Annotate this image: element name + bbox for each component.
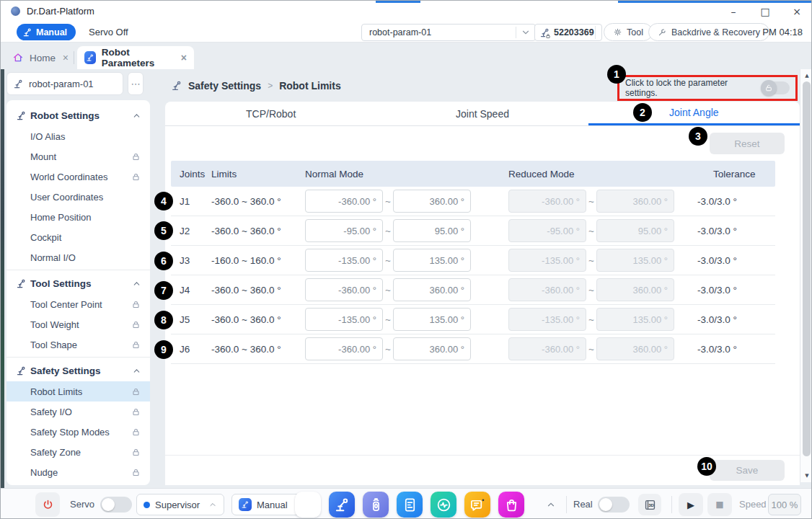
tab-joint-angle[interactable]: Joint Angle	[588, 102, 800, 125]
normal-min-input[interactable]: -360.00 °	[305, 278, 383, 301]
normal-max-input[interactable]: 95.00 °	[393, 219, 471, 242]
sidebar-item-normal-i-o[interactable]: Normal I/O	[6, 247, 150, 267]
sidebar-item-safety-zone[interactable]: Safety Zone	[6, 442, 150, 462]
sidebar-item-safety-stop-modes[interactable]: Safety Stop Modes	[6, 422, 150, 442]
message-app-icon[interactable]	[464, 492, 490, 518]
chevron-up-icon	[208, 500, 217, 509]
maximize-button[interactable]: □	[749, 1, 781, 22]
sidebar-item-safety-i-o[interactable]: Safety I/O	[6, 402, 150, 422]
normal-max-input[interactable]: 360.00 °	[393, 278, 471, 301]
normal-max-input[interactable]: 135.00 °	[393, 308, 471, 331]
vertical-scrollbar[interactable]: ▲ ▼	[800, 69, 812, 482]
monitoring-app-icon[interactable]	[431, 492, 456, 518]
sidebar-section-title: Robot Settings	[30, 110, 100, 121]
sidebar-item-i-o-alias[interactable]: I/O Alias	[6, 126, 150, 146]
reduced-min-input: -95.00 °	[508, 219, 586, 242]
normal-max-input[interactable]: 135.00 °	[393, 249, 471, 272]
sidebar-section-header[interactable]: Tool Settings	[6, 272, 150, 294]
dock-collapse-button[interactable]	[543, 497, 559, 513]
3d-view-button[interactable]	[638, 494, 661, 515]
annotation-badge-4: 4	[154, 192, 173, 210]
sidebar-item-robot-limits[interactable]: Robot Limits	[6, 381, 150, 402]
robot-parameters-app-icon[interactable]	[329, 492, 355, 518]
robot-param-dropdown[interactable]: robot-param-01	[361, 24, 536, 41]
top-toolbar: Manual Servo Off robot-param-01 52203369…	[1, 22, 812, 43]
robot-serial-field: 52203369	[534, 24, 602, 41]
play-button[interactable]: ▶	[679, 493, 703, 516]
normal-max-input[interactable]: 360.00 °	[393, 190, 471, 213]
tool-button[interactable]: Tool	[604, 23, 653, 41]
sidebar-section-header[interactable]: Robot Settings	[6, 105, 150, 126]
reduced-max-input: 360.00 °	[596, 278, 674, 301]
sidebar-item-mount[interactable]: Mount	[6, 146, 150, 167]
close-tab-icon[interactable]: ×	[181, 53, 187, 63]
breadcrumb-safety-settings[interactable]: Safety Settings	[188, 80, 261, 92]
home-app-icon[interactable]	[295, 492, 321, 518]
joint-table-row: J4 -360.0 ~ 360.0 ° -360.00 ° ~ 360.00 °…	[171, 275, 775, 305]
close-button[interactable]: ×	[781, 1, 812, 22]
chevron-up-icon	[546, 500, 556, 510]
save-button[interactable]: Save	[710, 460, 785, 481]
sidebar-section-header[interactable]: Safety Settings	[6, 360, 150, 381]
sidebar-item-user-coordinates[interactable]: User Coordinates	[6, 187, 150, 207]
sidebar-item-world-coordinates[interactable]: World Coordinates	[6, 167, 150, 187]
sidebar-section: Robot Settings I/O Alias Mount World Coo…	[6, 105, 150, 267]
task-document-app-icon[interactable]	[397, 492, 423, 518]
chevron-up-icon	[132, 366, 141, 376]
reduced-min-input: -135.00 °	[508, 308, 586, 331]
param-file-name[interactable]: robot-param-01	[6, 72, 123, 95]
real-mode-toggle[interactable]	[598, 497, 630, 513]
sidebar-item-cockpit[interactable]: Cockpit	[6, 227, 150, 247]
normal-min-input[interactable]: -135.00 °	[305, 249, 383, 272]
header-tolerance: Tolerance	[713, 169, 775, 179]
close-tab-icon[interactable]: ×	[63, 53, 69, 63]
sidebar-item-tool-weight[interactable]: Tool Weight	[6, 314, 150, 334]
joint-limits-value: -360.0 ~ 360.0 °	[211, 196, 305, 207]
scroll-down-arrow-icon[interactable]: ▼	[800, 471, 812, 481]
teach-pendant-app-icon[interactable]	[363, 492, 389, 518]
3d-cube-icon	[643, 498, 657, 512]
chevron-up-icon	[132, 111, 141, 120]
joint-label: J2	[171, 226, 211, 236]
parameter-lock-toggle[interactable]	[762, 81, 790, 94]
joint-table-row: J6 -360.0 ~ 360.0 ° -360.00 ° ~ 360.00 °…	[171, 334, 775, 364]
tab-robot-parameters[interactable]: Robot Parameters ×	[77, 46, 194, 69]
title-bar: Dr.Dart-Platform – □ ×	[1, 1, 812, 22]
sidebar-item-tool-shape[interactable]: Tool Shape	[6, 334, 150, 355]
tab-joint-speed[interactable]: Joint Speed	[376, 102, 588, 125]
sidebar-item-tool-center-point[interactable]: Tool Center Point	[6, 294, 150, 314]
sidebar-section: Tool Settings Tool Center Point Tool Wei…	[6, 270, 150, 355]
role-select[interactable]: Supervisor	[136, 494, 224, 515]
lock-icon	[131, 427, 141, 437]
minimize-button[interactable]: –	[718, 1, 749, 22]
lock-icon	[131, 320, 141, 329]
breadcrumb: Safety Settings > Robot Limits	[165, 73, 612, 99]
tolerance-value: -3.0/3.0 °	[697, 196, 775, 207]
sidebar-item-nudge[interactable]: Nudge	[6, 462, 150, 482]
lock-icon	[131, 387, 141, 396]
normal-min-input[interactable]: -135.00 °	[305, 308, 383, 331]
sidebar-item-home-position[interactable]: Home Position	[6, 207, 150, 227]
tab-tcp-robot[interactable]: TCP/Robot	[165, 102, 376, 125]
scroll-up-arrow-icon[interactable]: ▲	[800, 71, 812, 81]
annotation-badge-10: 10	[697, 457, 716, 476]
backdrive-recovery-button[interactable]: Backdrive & Recovery	[648, 23, 769, 41]
robot-file-icon	[13, 79, 24, 89]
reset-button[interactable]: Reset	[710, 133, 785, 154]
tab-home[interactable]: Home ×	[9, 46, 76, 69]
reduced-max-input: 95.00 °	[596, 219, 674, 242]
store-app-icon[interactable]	[498, 492, 524, 518]
scrollbar-thumb[interactable]	[803, 81, 811, 456]
lock-icon	[131, 152, 141, 161]
manual-mode-button[interactable]: Manual	[17, 24, 76, 40]
normal-max-input[interactable]: 360.00 °	[393, 337, 471, 360]
stop-button[interactable]: ■	[707, 493, 732, 516]
dr-dart-platform-window: Dr.Dart-Platform – □ × Manual Servo Off …	[0, 0, 812, 519]
power-button[interactable]	[35, 492, 60, 517]
servo-toggle[interactable]	[100, 497, 132, 513]
joint-angle-table: Joints Limits Normal Mode Reduced Mode T…	[171, 161, 775, 364]
normal-min-input[interactable]: -360.00 °	[305, 190, 383, 213]
normal-min-input[interactable]: -360.00 °	[305, 337, 383, 360]
normal-min-input[interactable]: -95.00 °	[305, 219, 383, 242]
more-options-button[interactable]: ⋯	[128, 72, 144, 95]
